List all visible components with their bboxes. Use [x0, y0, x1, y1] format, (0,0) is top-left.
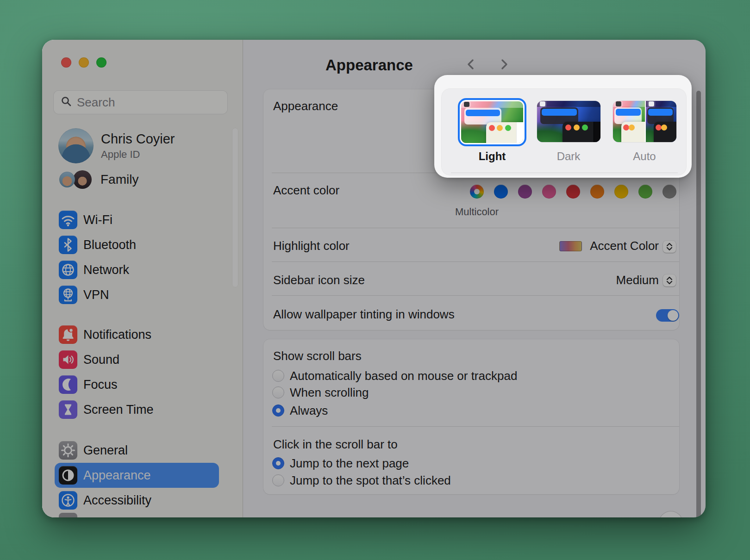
wallpaper-tinting-toggle[interactable] — [656, 309, 679, 322]
accent-color-label: Accent color — [273, 183, 339, 198]
family-avatar-1 — [59, 172, 75, 187]
settings-window: Search Chris Coyier Apple ID Family Wi-F… — [42, 40, 706, 517]
help-button[interactable] — [659, 511, 683, 517]
search-input[interactable]: Search — [53, 90, 228, 114]
sidebar-item-notifications[interactable]: Notifications — [55, 322, 219, 347]
sidebar-item-network[interactable]: Network — [55, 257, 219, 282]
traffic-lights — [61, 57, 106, 68]
appearance-icon — [59, 466, 77, 485]
minimize-button[interactable] — [79, 57, 89, 68]
globe-icon — [59, 261, 77, 279]
wifi-icon — [59, 211, 77, 229]
scroll-settings-box: Show scroll bars Automatically based on … — [263, 339, 679, 494]
click-scroll-bar-option-jump-to-the-next-page[interactable]: Jump to the next page — [272, 457, 409, 469]
content-scrollbar[interactable] — [696, 91, 701, 517]
apple-logo-icon — [649, 101, 654, 106]
sidebar-item-label: Sound — [83, 353, 119, 367]
sidebar-item-accessibility[interactable]: Accessibility — [55, 488, 219, 513]
highlight-color-stepper[interactable] — [663, 241, 676, 253]
vpn-icon — [59, 286, 77, 304]
accessibility-icon — [59, 491, 77, 510]
accent-color-pink[interactable] — [542, 185, 556, 199]
show-scroll-bars-label: Show scroll bars — [273, 349, 362, 363]
radio-button[interactable] — [272, 474, 284, 486]
speaker-icon — [59, 350, 77, 369]
sidebar-item-label: VPN — [83, 288, 109, 302]
separator — [272, 426, 679, 427]
spotlight-panel: LightDarkAuto — [434, 75, 692, 178]
sidebar-item-screen-time[interactable]: Screen Time — [55, 397, 219, 422]
theme-option-auto[interactable] — [613, 101, 676, 142]
apple-logo-icon — [464, 102, 469, 107]
sidebar-icon-size-label: Sidebar icon size — [273, 273, 365, 287]
theme-label-auto: Auto — [607, 150, 681, 163]
radio-button[interactable] — [272, 370, 284, 382]
show-scroll-bars-option-always[interactable]: Always — [272, 404, 328, 417]
radio-label: Automatically based on mouse or trackpad — [290, 369, 517, 383]
bell-icon — [59, 325, 77, 344]
accent-color-graphite[interactable] — [662, 185, 676, 199]
highlight-color-swatch — [559, 241, 582, 251]
separator — [272, 261, 679, 262]
avatar[interactable] — [58, 128, 94, 163]
accent-color-orange[interactable] — [590, 185, 604, 199]
click-scroll-bar-option-jump-to-the-spot-that-s-clicked[interactable]: Jump to the spot that’s clicked — [272, 474, 451, 486]
accent-color-options — [470, 185, 676, 199]
profile-name[interactable]: Chris Coyier — [101, 131, 175, 147]
close-button[interactable] — [61, 57, 71, 68]
accent-color-blue[interactable] — [494, 185, 508, 199]
sidebar-item-label: Wi-Fi — [83, 213, 112, 227]
accent-color-red[interactable] — [566, 185, 580, 199]
accent-color-multicolor[interactable] — [470, 185, 484, 199]
sidebar-icon-size-stepper[interactable] — [663, 274, 676, 286]
accent-color-purple[interactable] — [518, 185, 532, 199]
search-placeholder: Search — [77, 95, 115, 110]
radio-label: When scrolling — [290, 386, 369, 400]
radio-label: Jump to the next page — [290, 456, 409, 471]
apple-logo-icon — [540, 101, 545, 106]
separator — [272, 295, 679, 296]
back-button[interactable] — [464, 57, 479, 72]
highlight-color-value: Accent Color — [590, 239, 659, 253]
sidebar-item-vpn[interactable]: VPN — [55, 282, 219, 307]
forward-button[interactable] — [496, 57, 511, 72]
radio-button[interactable] — [272, 404, 284, 417]
radio-button[interactable] — [272, 457, 284, 469]
gear-icon — [59, 441, 77, 460]
hourglass-icon — [59, 400, 77, 419]
sidebar-group-3: GeneralAppearanceAccessibility — [55, 438, 223, 513]
theme-label-dark: Dark — [531, 150, 606, 163]
sidebar-item-label: General — [83, 443, 128, 458]
selected-theme-ring — [458, 98, 526, 146]
show-scroll-bars-option-automatically-based-on-mouse-or-trackpad[interactable]: Automatically based on mouse or trackpad — [272, 370, 517, 382]
sidebar-item-general[interactable]: General — [55, 438, 219, 463]
sidebar-item-label: Network — [83, 263, 129, 277]
sidebar-item-bluetooth[interactable]: Bluetooth — [55, 232, 219, 257]
family-avatar-2 — [73, 170, 92, 189]
sidebar-item-focus[interactable]: Focus — [55, 372, 219, 397]
sidebar-item-sound[interactable]: Sound — [55, 347, 219, 372]
sidebar-item-family[interactable]: Family — [100, 172, 138, 187]
sidebar-item-appearance[interactable]: Appearance — [55, 463, 219, 488]
sidebar-item-label: Screen Time — [83, 403, 154, 417]
sidebar-scrollbar[interactable] — [232, 128, 238, 287]
accent-color-green[interactable] — [638, 185, 652, 199]
zoom-button[interactable] — [96, 57, 106, 68]
search-icon — [60, 95, 72, 109]
sidebar-item-wi-fi[interactable]: Wi-Fi — [55, 207, 219, 232]
cutoff-sidebar-icon — [59, 513, 77, 517]
sidebar-item-label: Appearance — [83, 468, 151, 483]
sidebar-group-2: NotificationsSoundFocusScreen Time — [55, 322, 223, 422]
theme-option-dark[interactable] — [537, 101, 600, 142]
radio-label: Always — [290, 404, 328, 418]
click-scroll-bar-label: Click in the scroll bar to — [273, 437, 398, 452]
moon-icon — [59, 375, 77, 394]
theme-option-light[interactable] — [461, 101, 523, 143]
separator — [451, 173, 678, 173]
highlight-color-label: Highlight color — [273, 239, 350, 253]
radio-label: Jump to the spot that’s clicked — [290, 473, 451, 488]
wallpaper-tinting-label: Allow wallpaper tinting in windows — [273, 307, 455, 322]
accent-color-yellow[interactable] — [614, 185, 628, 199]
radio-button[interactable] — [272, 386, 284, 398]
show-scroll-bars-option-when-scrolling[interactable]: When scrolling — [272, 386, 369, 398]
